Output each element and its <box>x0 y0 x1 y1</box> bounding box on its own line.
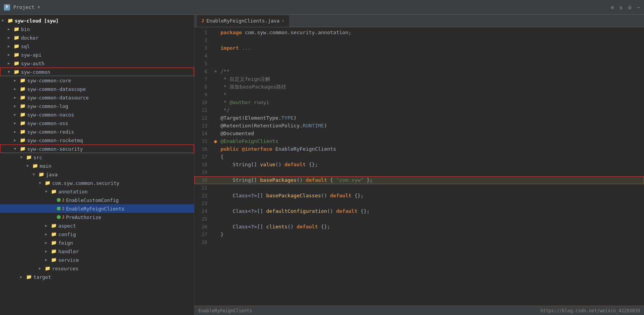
tree-arrow-feign[interactable] <box>45 241 51 245</box>
line-content-23[interactable] <box>219 200 644 207</box>
line-content-28[interactable] <box>219 238 644 246</box>
line-content-22[interactable]: Class<?>[] basePackageClasses() default … <box>219 192 644 200</box>
tree-arrow-config[interactable] <box>45 232 51 236</box>
tree-arrow-syw-common-datascope[interactable] <box>14 87 19 91</box>
tree-item-java[interactable]: 📁java <box>0 170 194 179</box>
tree-arrow-main[interactable] <box>26 164 32 168</box>
tree-item-handler[interactable]: 📁handler <box>0 247 194 256</box>
line-content-15[interactable]: @EnableFeignClients <box>219 137 644 145</box>
minimize-icon[interactable]: − <box>637 4 640 10</box>
tab-close-button[interactable]: × <box>282 19 284 23</box>
tree-arrow-syw-common-nacos[interactable] <box>14 113 19 117</box>
tree-arrow-resources[interactable] <box>39 266 44 270</box>
tree-arrow-target[interactable] <box>20 275 26 279</box>
tree-item-syw-common-rocketmq[interactable]: 📁syw-common-rocketmq <box>0 136 194 144</box>
line-content-20[interactable]: String[] basePackages() default { "com.s… <box>219 176 644 184</box>
tree-arrow-syw-auth[interactable] <box>8 61 13 65</box>
gear-icon[interactable]: ⚙ <box>628 4 631 10</box>
tree-arrow-syw-common-redis[interactable] <box>14 130 19 134</box>
tree-arrow-syw-common-datasource[interactable] <box>14 96 19 99</box>
tree-item-syw-common-nacos[interactable]: 📁syw-common-nacos <box>0 110 194 119</box>
line-content-12[interactable]: @Target(ElementType.TYPE) <box>219 114 644 122</box>
tree-arrow-syw-common-rocketmq[interactable] <box>14 138 19 142</box>
tree-item-com.syw.common.security[interactable]: 📁com.syw.common.security <box>0 179 194 187</box>
tree-item-syw-common-core[interactable]: 📁syw-common-core <box>0 76 194 85</box>
project-dropdown-arrow[interactable]: ▼ <box>38 5 40 9</box>
line-content-24[interactable]: Class<?>[] defaultConfiguration() defaul… <box>219 207 644 215</box>
tree-arrow-bin[interactable] <box>8 27 13 31</box>
line-content-4[interactable] <box>219 52 644 60</box>
tree-arrow-java[interactable] <box>33 172 38 176</box>
line-content-21[interactable] <box>219 184 644 192</box>
line-content-6[interactable]: /** <box>219 68 644 75</box>
tree-item-aspect[interactable]: 📁aspect <box>0 221 194 230</box>
line-content-19[interactable] <box>219 169 644 176</box>
folder-icon-syw-auth: 📁 <box>13 61 19 66</box>
line-content-5[interactable] <box>219 60 644 68</box>
tree-item-syw-common-datasource[interactable]: 📁syw-common-datasource <box>0 93 194 102</box>
tree-item-PreAuthorize[interactable]: JPreAuthorize <box>0 213 194 221</box>
line-content-13[interactable]: @Retention(RetentionPolicy.RUNTIME) <box>219 122 644 130</box>
line-content-8[interactable]: * 添加basePackages路径 <box>219 83 644 91</box>
line-content-7[interactable]: * 自定义feign注解 <box>219 75 644 83</box>
tree-item-sql[interactable]: 📁sql <box>0 42 194 50</box>
tree-arrow-syw-common[interactable] <box>8 70 13 74</box>
line-content-9[interactable]: * <box>219 91 644 99</box>
tree-arrow-syw-common-core[interactable] <box>14 78 19 82</box>
tree-item-syw-common-oss[interactable]: 📁syw-common-oss <box>0 119 194 127</box>
tree-item-config[interactable]: 📁config <box>0 230 194 238</box>
tree-arrow-handler[interactable] <box>45 249 51 253</box>
tree-arrow-syw-common-security[interactable] <box>14 147 19 151</box>
tree-item-main[interactable]: 📁main <box>0 162 194 170</box>
tree-item-bin[interactable]: 📁bin <box>0 25 194 33</box>
tree-item-syw-common-redis[interactable]: 📁syw-common-redis <box>0 127 194 136</box>
tree-arrow-src[interactable] <box>20 155 26 159</box>
line-content-26[interactable]: Class<?>[] clients() default {}; <box>219 223 644 231</box>
tree-item-annotation[interactable]: 📁annotation <box>0 187 194 196</box>
code-line-16: 16public @interface EnableRyFeignClients <box>194 145 644 153</box>
line-content-17[interactable]: { <box>219 153 644 161</box>
line-content-27[interactable]: } <box>219 231 644 238</box>
tree-arrow-syw-common-oss[interactable] <box>14 121 19 125</box>
tree-arrow-aspect[interactable] <box>45 224 51 228</box>
tree-item-syw-api[interactable]: 📁syw-api <box>0 50 194 59</box>
line-content-18[interactable]: String[] value() default {}; <box>219 161 644 169</box>
tree-arrow-com.syw.common.security[interactable] <box>39 181 44 185</box>
tree-item-src[interactable]: 📁src <box>0 153 194 162</box>
line-content-16[interactable]: public @interface EnableRyFeignClients <box>219 145 644 153</box>
tree-arrow-service[interactable] <box>45 258 51 262</box>
tree-item-syw-cloud[interactable]: 📁syw-cloud [syw] <box>0 16 194 25</box>
split-icon[interactable]: ⇅ <box>620 4 623 10</box>
tree-item-resources[interactable]: 📁resources <box>0 264 194 273</box>
tab-enable-ry-feign-clients[interactable]: J EnableRyFeignClients.java × <box>197 15 289 27</box>
tree-arrow-syw-common-log[interactable] <box>14 104 19 108</box>
line-content-3[interactable]: import ... <box>219 44 644 52</box>
tree-arrow-annotation[interactable] <box>45 190 51 193</box>
tree-item-service[interactable]: 📁service <box>0 256 194 264</box>
line-content-10[interactable]: * @author ruoyi <box>219 99 644 106</box>
tree-item-syw-common-log[interactable]: 📁syw-common-log <box>0 102 194 110</box>
tree-arrow-syw-cloud[interactable] <box>2 19 7 23</box>
line-content-1[interactable]: package com.syw.common.security.annotati… <box>219 29 644 37</box>
line-content-2[interactable] <box>219 37 644 44</box>
tree-item-syw-common[interactable]: 📁syw-common <box>0 68 194 76</box>
tree-item-EnableCustomConfig[interactable]: JEnableCustomConfig <box>0 196 194 204</box>
tree-item-docker[interactable]: 📁docker <box>0 33 194 42</box>
code-line-8: 8 * 添加basePackages路径 <box>194 83 644 91</box>
globe-icon[interactable]: ⊕ <box>611 4 614 10</box>
tree-item-syw-common-security[interactable]: 📁syw-common-security <box>0 144 194 153</box>
line-content-14[interactable]: @Documented <box>219 130 644 137</box>
line-content-11[interactable]: */ <box>219 106 644 114</box>
tree-arrow-docker[interactable] <box>8 36 13 40</box>
tree-item-syw-common-datascope[interactable]: 📁syw-common-datascope <box>0 85 194 93</box>
tree-arrow-sql[interactable] <box>8 44 13 48</box>
tree-arrow-syw-api[interactable] <box>8 53 13 57</box>
line-content-25[interactable] <box>219 215 644 223</box>
tree-item-syw-auth[interactable]: 📁syw-auth <box>0 59 194 68</box>
tree-item-target[interactable]: 📁target <box>0 273 194 281</box>
tree-item-EnableRyFeignClients[interactable]: JEnableRyFeignClients <box>0 204 194 213</box>
tree-item-feign[interactable]: 📁feign <box>0 238 194 247</box>
file-tree[interactable]: 📁syw-cloud [syw]📁bin📁docker📁sql📁syw-api📁… <box>0 15 194 315</box>
code-editor[interactable]: 1package com.syw.common.security.annotat… <box>194 27 644 306</box>
folder-icon-com.syw.common.security: 📁 <box>44 180 51 186</box>
